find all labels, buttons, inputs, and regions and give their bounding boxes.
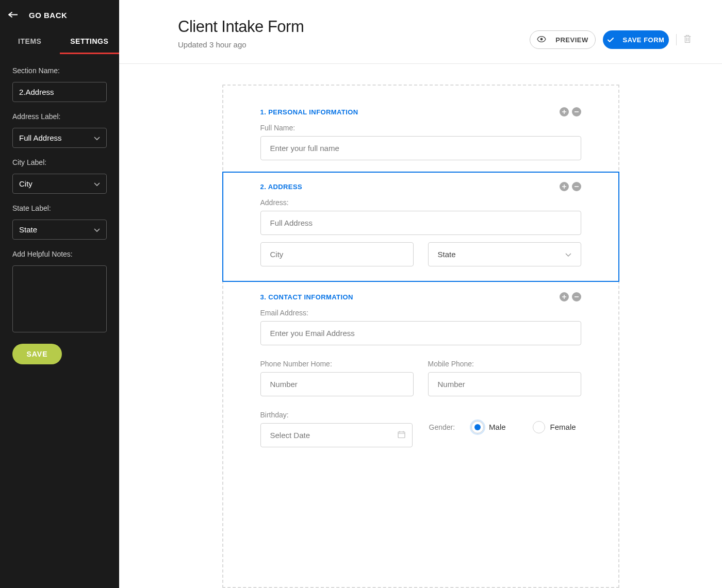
address-field-label: Address:: [260, 198, 581, 207]
section-title: 1. PERSONAL INFORMATION: [260, 108, 358, 116]
mobile-phone-label: Mobile Phone:: [428, 360, 581, 368]
delete-button[interactable]: [684, 35, 691, 45]
state-label-value: State: [19, 225, 37, 234]
remove-field-button[interactable]: [572, 182, 581, 191]
section-contact-info[interactable]: 3. CONTACT INFORMATION Email Address: Ph…: [223, 282, 618, 459]
tab-items[interactable]: ITEMS: [0, 30, 60, 54]
add-field-button[interactable]: [560, 292, 569, 301]
notes-textarea[interactable]: [12, 265, 107, 332]
state-select[interactable]: State: [428, 242, 581, 266]
go-back-button[interactable]: GO BACK: [0, 0, 119, 30]
section-title: 3. CONTACT INFORMATION: [260, 293, 353, 301]
city-label-select[interactable]: City: [12, 174, 107, 194]
calendar-icon: [398, 430, 405, 440]
page-title: Client Intake Form: [178, 18, 304, 36]
radio-icon: [533, 421, 545, 433]
state-label-label: State Label:: [12, 204, 107, 212]
state-select-value: State: [438, 250, 456, 259]
section-personal-info[interactable]: 1. PERSONAL INFORMATION Full Name:: [223, 97, 618, 172]
city-input[interactable]: [260, 242, 414, 266]
section-title: 2. ADDRESS: [260, 183, 303, 191]
section-name-label: Section Name:: [12, 66, 107, 75]
page-subtitle: Updated 3 hour ago: [178, 40, 304, 49]
gender-radio-female[interactable]: Female: [533, 421, 576, 433]
birthday-input[interactable]: [260, 423, 413, 447]
preview-label: PREVIEW: [555, 36, 588, 44]
section-address[interactable]: 2. ADDRESS Address: State: [222, 172, 619, 282]
notes-label: Add Helpful Notes:: [12, 250, 107, 258]
full-address-input[interactable]: [260, 211, 581, 235]
main: Client Intake Form Updated 3 hour ago PR…: [119, 0, 722, 588]
address-label-select[interactable]: Full Address: [12, 128, 107, 148]
chevron-down-icon: [565, 250, 571, 259]
add-field-button[interactable]: [560, 182, 569, 191]
email-input[interactable]: [260, 321, 581, 345]
go-back-label: GO BACK: [29, 11, 67, 20]
sidebar-tabs: ITEMS SETTINGS: [0, 30, 119, 54]
settings-panel: Section Name: Address Label: Full Addres…: [0, 54, 119, 374]
chevron-down-icon: [94, 179, 100, 188]
address-label-value: Full Address: [19, 133, 62, 142]
email-label: Email Address:: [260, 309, 581, 317]
arrow-left-icon: [8, 10, 18, 20]
remove-field-button[interactable]: [572, 292, 581, 301]
gender-label: Gender:: [429, 423, 455, 431]
svg-rect-1: [398, 432, 405, 438]
radio-icon: [471, 421, 484, 433]
mobile-phone-input[interactable]: [428, 372, 581, 396]
gender-radio-male[interactable]: Male: [471, 421, 506, 433]
sidebar: GO BACK ITEMS SETTINGS Section Name: Add…: [0, 0, 119, 588]
divider: [676, 34, 677, 45]
save-form-button[interactable]: SAVE FORM: [603, 30, 669, 49]
save-settings-button[interactable]: SAVE: [12, 344, 62, 364]
trash-icon: [684, 35, 691, 45]
gender-female-label: Female: [550, 423, 576, 431]
form-canvas: 1. PERSONAL INFORMATION Full Name: 2. AD…: [222, 85, 619, 588]
city-label-label: City Label:: [12, 158, 107, 166]
full-name-label: Full Name:: [260, 124, 581, 132]
eye-icon: [537, 36, 546, 44]
chevron-down-icon: [94, 133, 100, 142]
address-label-label: Address Label:: [12, 112, 107, 121]
svg-point-0: [540, 38, 543, 40]
tab-settings[interactable]: SETTINGS: [60, 30, 120, 54]
header: Client Intake Form Updated 3 hour ago PR…: [119, 0, 722, 64]
state-label-select[interactable]: State: [12, 220, 107, 240]
check-icon: [608, 36, 614, 44]
preview-button[interactable]: PREVIEW: [530, 30, 596, 49]
save-form-label: SAVE FORM: [623, 36, 665, 44]
add-field-button[interactable]: [560, 107, 569, 116]
phone-home-label: Phone Number Home:: [260, 360, 414, 368]
phone-home-input[interactable]: [260, 372, 414, 396]
full-name-input[interactable]: [260, 136, 581, 160]
gender-male-label: Male: [489, 423, 506, 431]
city-label-value: City: [19, 179, 32, 188]
chevron-down-icon: [94, 225, 100, 234]
section-name-input[interactable]: [12, 82, 107, 102]
birthday-label: Birthday:: [260, 411, 413, 419]
remove-field-button[interactable]: [572, 107, 581, 116]
